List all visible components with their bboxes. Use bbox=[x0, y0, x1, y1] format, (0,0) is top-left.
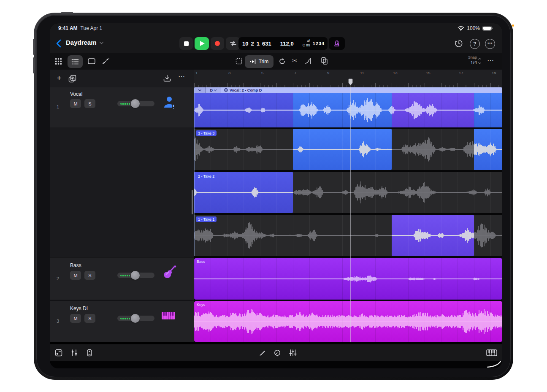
add-track-button[interactable]: + bbox=[54, 73, 64, 83]
comp-segment[interactable] bbox=[194, 93, 293, 127]
take-lane-1[interactable]: 1 - Take 1 bbox=[194, 215, 502, 256]
fade-tool-button[interactable] bbox=[305, 58, 311, 64]
play-icon bbox=[200, 41, 205, 46]
plugins-icon bbox=[86, 349, 93, 357]
track-header-more-button[interactable]: ⋯ bbox=[178, 72, 185, 80]
metronome-button[interactable] bbox=[329, 37, 345, 50]
trim-tool-button[interactable]: Trim bbox=[245, 55, 274, 68]
count-in-button[interactable]: 1234 bbox=[310, 37, 328, 50]
track-name: Keys DI bbox=[70, 305, 88, 311]
ruler-number: 15 bbox=[426, 70, 431, 75]
mute-button[interactable]: M bbox=[70, 271, 81, 280]
record-button[interactable] bbox=[211, 37, 224, 50]
track-number: 2 bbox=[50, 276, 66, 281]
more-options-button[interactable]: ⋯ bbox=[485, 39, 495, 49]
take-lane-2[interactable]: 2 - Take 2 bbox=[194, 172, 502, 213]
takes-collapse-button[interactable] bbox=[194, 87, 206, 93]
browsers-button[interactable] bbox=[55, 349, 62, 357]
region-vocal-comp[interactable]: D Vocal: 2 - Comp D bbox=[194, 87, 502, 127]
back-button[interactable] bbox=[56, 39, 62, 48]
mixer-button[interactable] bbox=[70, 349, 78, 357]
more-icon: ⋯ bbox=[178, 72, 185, 80]
solo-button[interactable]: S bbox=[84, 314, 95, 323]
volume-knob[interactable] bbox=[131, 314, 140, 323]
chevron-up-icon bbox=[478, 58, 481, 61]
cells-view-button[interactable] bbox=[55, 58, 62, 65]
bottom-toolbar bbox=[50, 344, 502, 361]
help-button[interactable]: ? bbox=[470, 39, 480, 49]
track-header-bass[interactable]: 2 Bass M S bbox=[50, 258, 194, 300]
smart-controls-button[interactable] bbox=[274, 349, 281, 357]
timeline-more-button[interactable]: ⋯ bbox=[487, 56, 494, 64]
header-resize-handle[interactable] bbox=[192, 190, 193, 214]
region-keys[interactable]: Keys bbox=[194, 301, 502, 342]
status-time: 9:41 AM bbox=[58, 25, 78, 31]
take-badge: 2 - Take 2 bbox=[196, 173, 217, 179]
track-number: 1 bbox=[50, 104, 66, 109]
lcd-bar: 10 bbox=[242, 41, 248, 47]
volume-slider[interactable] bbox=[117, 101, 154, 106]
region-bass[interactable]: Bass bbox=[194, 258, 502, 300]
comp-region-header: D Vocal: 2 - Comp D bbox=[194, 87, 502, 93]
keys-track-icon bbox=[161, 311, 176, 322]
lcd-display[interactable]: 10 2 1 631 112,0 4/4 C maj bbox=[238, 37, 316, 50]
ipad-bezel: 9:41 AM Tue Apr 1 100% Daydream bbox=[34, 13, 513, 380]
import-button[interactable] bbox=[163, 74, 171, 82]
track-name: Vocal bbox=[70, 91, 82, 97]
play-surface-button[interactable] bbox=[486, 349, 497, 356]
track-header-keys[interactable]: 3 Keys DI M S bbox=[50, 301, 194, 342]
split-tool-button[interactable]: ✂ bbox=[292, 57, 298, 65]
lcd-tempo: 112,0 bbox=[280, 41, 294, 47]
region-take-1[interactable] bbox=[392, 215, 474, 256]
primary-toolbar: Daydream 10 2 1 631 bbox=[50, 34, 502, 53]
play-button[interactable] bbox=[195, 37, 209, 50]
history-button[interactable] bbox=[454, 39, 463, 48]
playhead-line[interactable] bbox=[350, 87, 351, 342]
cycle-button[interactable] bbox=[226, 37, 240, 50]
comp-menu-button[interactable]: D bbox=[206, 87, 221, 93]
volume-knob[interactable] bbox=[131, 271, 140, 280]
region-inspector-button[interactable] bbox=[88, 58, 95, 64]
mute-button[interactable]: M bbox=[70, 314, 81, 323]
take-lane-3[interactable]: 3 - Take 3 bbox=[194, 129, 502, 170]
playhead-handle[interactable] bbox=[348, 78, 353, 87]
region-label: Bass bbox=[197, 260, 205, 264]
status-bar: 9:41 AM Tue Apr 1 100% bbox=[50, 23, 502, 34]
edit-tool-button[interactable] bbox=[259, 349, 265, 356]
mixer-icon bbox=[70, 349, 78, 357]
top-button bbox=[61, 12, 73, 14]
ruler[interactable]: 135791113151719 bbox=[194, 70, 502, 88]
stop-button[interactable] bbox=[179, 37, 193, 50]
secondary-toolbar: Trim ✂ Snap 1/4 ⋯ bbox=[50, 53, 502, 70]
snap-stepper[interactable] bbox=[479, 58, 481, 64]
track-header-vocal[interactable]: 1 Vocal M S bbox=[50, 87, 194, 127]
history-icon bbox=[454, 39, 463, 48]
comp-segment[interactable] bbox=[392, 93, 474, 127]
paste-tool-button[interactable] bbox=[321, 57, 328, 65]
mute-button[interactable]: M bbox=[70, 99, 81, 108]
solo-button[interactable]: S bbox=[84, 99, 95, 108]
volume-slider[interactable] bbox=[117, 316, 154, 321]
automation-button[interactable] bbox=[102, 58, 110, 65]
snap-control[interactable]: Snap 1/4 bbox=[456, 55, 477, 65]
paste-icon bbox=[321, 57, 328, 65]
project-title-button[interactable]: Daydream bbox=[66, 39, 103, 46]
ruler-number: 1 bbox=[195, 70, 198, 75]
comp-segment[interactable] bbox=[293, 93, 392, 127]
levels-button[interactable] bbox=[289, 349, 297, 357]
loop-tool-button[interactable] bbox=[279, 58, 286, 65]
volume-up-button bbox=[33, 39, 35, 55]
volume-slider[interactable] bbox=[117, 273, 154, 278]
solo-button[interactable]: S bbox=[84, 271, 95, 280]
region-take-3[interactable] bbox=[474, 129, 502, 170]
duplicate-track-icon bbox=[68, 75, 76, 83]
comp-segment[interactable] bbox=[474, 93, 502, 127]
duplicate-track-button[interactable] bbox=[68, 75, 76, 83]
plugins-button[interactable] bbox=[86, 349, 93, 357]
lcd-tick: 631 bbox=[262, 41, 271, 47]
region-take-3[interactable] bbox=[293, 129, 392, 170]
marquee-tool-button[interactable] bbox=[236, 58, 243, 65]
volume-knob[interactable] bbox=[131, 99, 140, 108]
volume-down-button bbox=[33, 57, 35, 73]
tracks-view-button[interactable] bbox=[68, 55, 83, 68]
